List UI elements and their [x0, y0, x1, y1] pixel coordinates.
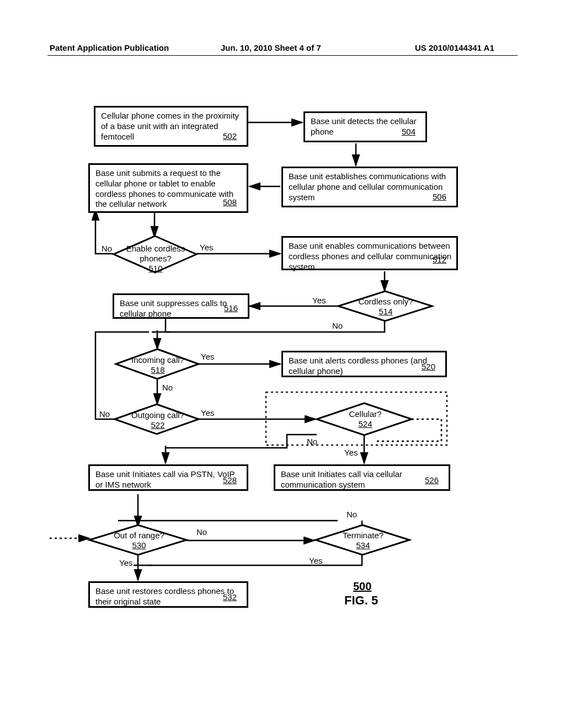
box-506-ref: 506	[433, 192, 446, 202]
figure-name: FIG. 5	[344, 593, 378, 608]
box-532-ref: 532	[223, 592, 237, 603]
box-504-text: Base unit detects the cellular phone	[311, 116, 417, 136]
box-506: Base unit establishes communications wit…	[281, 167, 458, 207]
label-518-yes: Yes	[201, 352, 214, 361]
box-520: Base unit alerts cordless phones (and ce…	[281, 351, 447, 377]
box-520-ref: 520	[422, 362, 435, 372]
box-532-text: Base unit restores cordless phones to th…	[95, 586, 234, 606]
label-530-yes: Yes	[119, 558, 132, 568]
box-516-text: Base unit suppresses calls to cellular p…	[120, 298, 227, 318]
box-502-text: Cellular phone comes in the proximity of…	[101, 111, 239, 141]
box-512: Base unit enables communications between…	[281, 236, 458, 270]
label-514-no: No	[332, 321, 343, 330]
diamond-518-label: Incoming call?518	[126, 355, 190, 375]
flowchart-diagram: Cellular phone comes in the proximity of…	[0, 0, 565, 728]
diamond-534-label: Terminate?534	[333, 531, 393, 550]
box-504-ref: 504	[402, 127, 415, 137]
box-508: Base unit submits a request to the cellu…	[88, 163, 248, 213]
box-516-ref: 516	[224, 303, 238, 314]
box-528-text: Base unit Initiates call via PSTN, VoIP …	[95, 469, 234, 489]
box-528: Base unit Initiates call via PSTN, VoIP …	[88, 464, 248, 491]
box-504: Base unit detects the cellular phone 504	[303, 111, 427, 142]
diamond-514-label: Cordless only?514	[353, 297, 418, 317]
label-522-yes: Yes	[201, 408, 214, 417]
label-534-yes: Yes	[309, 556, 322, 565]
diamond-522-label: Outgoing call?522	[126, 410, 190, 430]
label-510-yes: Yes	[200, 243, 213, 252]
box-512-ref: 512	[433, 255, 446, 265]
box-508-text: Base unit submits a request to the cellu…	[95, 168, 233, 208]
diamond-524-label: Cellular?524	[339, 409, 392, 429]
box-516: Base unit suppresses calls to cellular p…	[113, 293, 249, 319]
box-512-text: Base unit enables communications between…	[289, 241, 451, 271]
box-526-text: Base unit Initiates call via cellular co…	[281, 469, 402, 489]
box-506-text: Base unit establishes communications wit…	[289, 172, 446, 202]
label-534-no: No	[347, 510, 357, 519]
figure-ref: 500	[353, 580, 371, 593]
box-502-ref: 502	[223, 131, 237, 142]
label-530-no: No	[196, 527, 207, 537]
label-514-yes: Yes	[312, 296, 326, 305]
box-532: Base unit restores cordless phones to th…	[88, 581, 248, 608]
label-524-yes: Yes	[344, 448, 358, 457]
box-528-ref: 528	[223, 475, 237, 486]
label-522-no: No	[99, 409, 110, 419]
box-502: Cellular phone comes in the proximity of…	[94, 106, 248, 147]
box-526-ref: 526	[425, 475, 439, 486]
label-518-no: No	[162, 383, 173, 392]
box-526: Base unit Initiates call via cellular co…	[274, 464, 450, 491]
box-520-text: Base unit alerts cordless phones (and ce…	[289, 356, 427, 376]
box-508-ref: 508	[223, 197, 237, 208]
diamond-530-label: Out of range?530	[107, 531, 171, 550]
label-524-no: No	[307, 437, 317, 446]
diamond-510-label: Enable cordless phones?510	[125, 244, 186, 274]
label-510-no: No	[102, 244, 112, 253]
